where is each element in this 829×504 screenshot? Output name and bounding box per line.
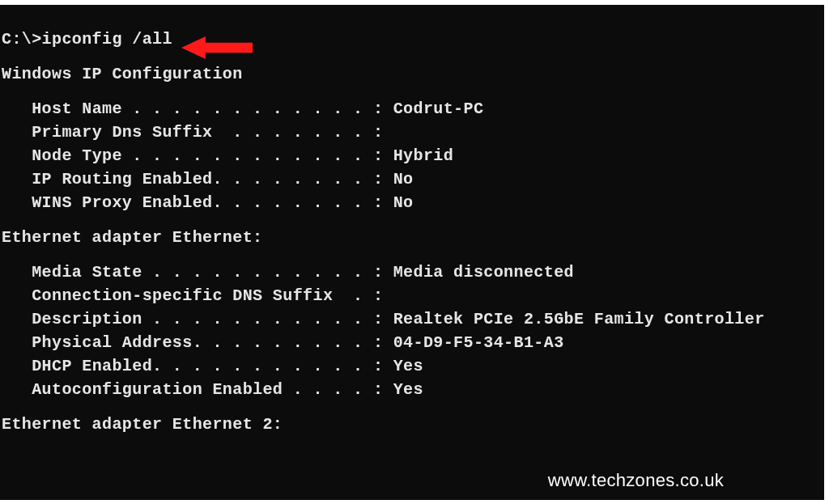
field-label: Host Name . . . . . . . . . . . . : — [32, 100, 393, 118]
field-value: Yes — [393, 357, 423, 375]
output-row: Media State . . . . . . . . . . . : Medi… — [2, 260, 824, 284]
output-row: Host Name . . . . . . . . . . . . : Codr… — [2, 97, 824, 121]
indent — [2, 357, 32, 375]
field-label: Media State . . . . . . . . . . . : — [32, 263, 393, 282]
indent — [2, 333, 32, 352]
field-label: Autoconfiguration Enabled . . . . : — [32, 380, 393, 399]
indent — [2, 286, 32, 305]
output-row: Connection-specific DNS Suffix . : — [2, 284, 824, 307]
section-header-ethernet2: Ethernet adapter Ethernet 2: — [2, 413, 824, 436]
field-value: Codrut-PC — [393, 100, 484, 118]
section-header-ethernet: Ethernet adapter Ethernet: — [2, 226, 824, 249]
arrow-shape — [181, 36, 253, 59]
field-value: Hybrid — [393, 146, 453, 165]
indent — [2, 193, 32, 212]
field-label: WINS Proxy Enabled. . . . . . . . : — [32, 193, 393, 212]
field-value: Yes — [393, 380, 423, 399]
field-value: No — [393, 193, 414, 212]
output-row: Description . . . . . . . . . . . : Real… — [2, 307, 824, 331]
blank-line — [2, 249, 824, 260]
indent — [2, 123, 32, 142]
arrow-annotation-icon — [181, 32, 253, 63]
indent — [2, 170, 32, 188]
indent — [2, 100, 32, 118]
field-label: IP Routing Enabled. . . . . . . . : — [32, 170, 393, 188]
command-text: C:\>ipconfig /all — [2, 30, 172, 49]
section-header-ipconfig: Windows IP Configuration — [2, 62, 824, 86]
output-row: WINS Proxy Enabled. . . . . . . . : No — [2, 191, 824, 214]
output-row: Physical Address. . . . . . . . . : 04-D… — [2, 331, 824, 354]
field-value: Media disconnected — [393, 263, 574, 282]
blank-line — [2, 214, 824, 226]
field-value: Realtek PCIe 2.5GbE Family Controller — [393, 310, 765, 328]
field-label: Description . . . . . . . . . . . : — [32, 310, 393, 328]
terminal-window[interactable]: C:\>ipconfig /all Windows IP Configurati… — [0, 5, 824, 500]
indent — [2, 380, 32, 399]
output-row: Node Type . . . . . . . . . . . . : Hybr… — [2, 144, 824, 167]
indent — [2, 146, 32, 165]
output-row: Primary Dns Suffix . . . . . . . : — [2, 121, 824, 144]
output-row: IP Routing Enabled. . . . . . . . : No — [2, 167, 824, 191]
command-prompt-line: C:\>ipconfig /all — [2, 28, 824, 51]
field-label: DHCP Enabled. . . . . . . . . . . : — [32, 357, 393, 375]
blank-line — [2, 51, 824, 62]
indent — [2, 263, 32, 282]
output-row: Autoconfiguration Enabled . . . . : Yes — [2, 378, 824, 401]
field-value: No — [393, 170, 414, 188]
watermark-text: www.techzones.co.uk — [548, 468, 724, 493]
field-label: Node Type . . . . . . . . . . . . : — [32, 146, 393, 165]
output-row: DHCP Enabled. . . . . . . . . . . : Yes — [2, 354, 824, 378]
indent — [2, 310, 32, 328]
field-value: 04-D9-F5-34-B1-A3 — [393, 333, 564, 352]
field-label: Connection-specific DNS Suffix . : — [32, 286, 383, 305]
blank-line — [2, 401, 824, 413]
field-label: Physical Address. . . . . . . . . : — [32, 333, 393, 352]
field-label: Primary Dns Suffix . . . . . . . : — [32, 123, 383, 142]
blank-line — [2, 86, 824, 97]
